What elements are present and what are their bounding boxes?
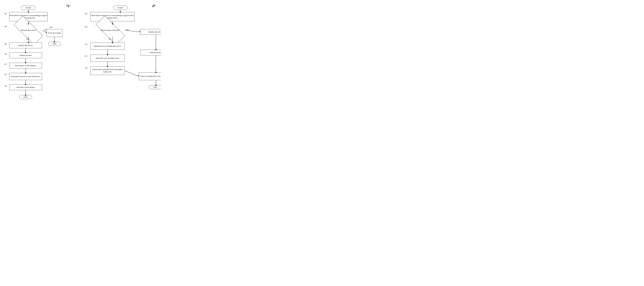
step-314-label: 314: [85, 43, 87, 45]
diagram2-number-arrow: [151, 4, 158, 8]
node-308: Identify location: [140, 50, 161, 55]
node-216: Send data to host adapter: [9, 84, 42, 90]
start-node: START: [21, 6, 36, 10]
step-204-label: 204: [4, 25, 7, 28]
node-204: Physical data exists?: [14, 24, 43, 37]
node-212: Send request to disk adapters: [9, 63, 42, 68]
step-304-label: 304: [85, 26, 87, 28]
node-208: Identify data device: [9, 43, 42, 48]
diagram2-arrows: [83, 3, 158, 126]
no-label-2: NO: [109, 38, 111, 40]
step-318-label: 318: [85, 67, 87, 69]
yes-label-2: YES: [126, 29, 129, 31]
node-202: Read table for thin device corresponding…: [9, 12, 48, 21]
node-314: Determine next available data device: [90, 43, 124, 50]
end-node-312: END: [149, 85, 161, 89]
svg-marker-1: [68, 6, 69, 7]
step-216-label: 216: [4, 85, 7, 87]
node-206: Error processing: [47, 29, 62, 37]
node-316: Determine next available tracks: [90, 55, 124, 62]
node-318: Allocate next available tracks and updat…: [90, 66, 124, 75]
diagram-2: 300 START 302 Read table for thin device…: [83, 3, 158, 126]
node-214: Read data from one or more disk drives: [9, 73, 42, 80]
start-node-2: START: [113, 6, 128, 10]
step-208-label: 208: [4, 43, 7, 45]
step-316-label: 316: [85, 55, 87, 57]
svg-line-38: [124, 71, 138, 76]
diagram-1: 200 START 202 Read table for thin device…: [3, 3, 78, 126]
step-210-label: 210: [4, 53, 7, 55]
step-212-label: 212: [4, 63, 7, 65]
step-302-label: 302: [85, 13, 87, 15]
diagram1-number-arrow: [66, 4, 74, 8]
end-node-2: END: [19, 95, 32, 99]
yes-label: YES: [26, 38, 29, 40]
end-node-1: END: [48, 42, 60, 46]
node-304: Physical space allocated?: [96, 24, 124, 37]
step-202-label: 202: [4, 13, 7, 15]
svg-marker-23: [152, 6, 154, 7]
node-302: Read table for thin device corresponding…: [90, 12, 134, 21]
step-214-label: 214: [4, 73, 7, 76]
node-310: Direct incoming data to the data device(…: [139, 72, 161, 80]
step-206-label: 206: [50, 26, 52, 28]
node-306: Identify data device: [140, 29, 161, 35]
node-210: Identify location: [9, 52, 42, 58]
no-label: NO: [44, 29, 47, 31]
